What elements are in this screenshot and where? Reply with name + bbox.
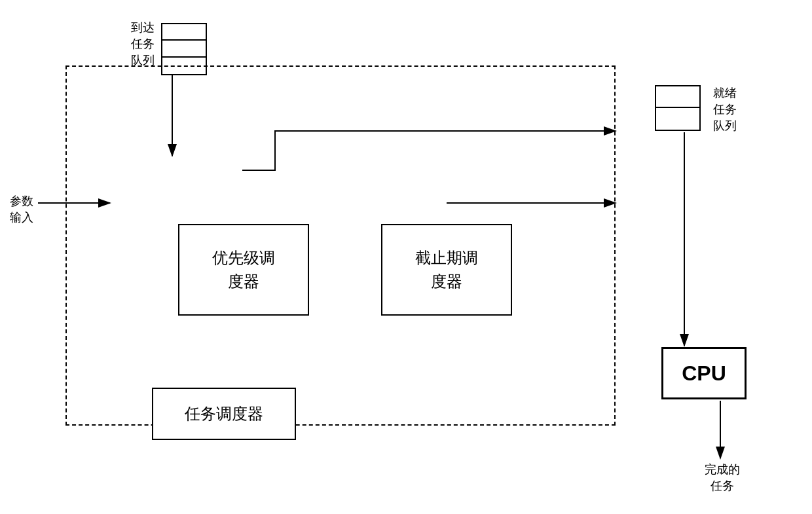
cpu-label: CPU	[682, 361, 726, 386]
task-scheduler-box: 任务调度器	[152, 388, 296, 440]
ready-queue-box	[655, 85, 701, 131]
ready-queue: 就绪 任务 队列	[655, 85, 701, 131]
deadline-scheduler-label: 截止期调 度器	[415, 246, 478, 293]
priority-scheduler-label: 优先级调 度器	[212, 246, 275, 293]
completed-task-label: 完成的 任务	[705, 462, 740, 494]
param-input-label: 参数 输入	[10, 193, 33, 226]
diagram: 到达 任务 队列 优先级调 度器 截止期调 度器 任务调度器	[0, 0, 812, 514]
cpu-box: CPU	[661, 347, 747, 399]
main-scheduler-box: 优先级调 度器 截止期调 度器 任务调度器	[65, 65, 616, 426]
arrival-queue-label: 到达 任务 队列	[131, 20, 155, 69]
task-scheduler-label: 任务调度器	[185, 403, 263, 424]
ready-queue-label: 就绪 任务 队列	[713, 85, 737, 135]
deadline-scheduler-box: 截止期调 度器	[381, 224, 512, 316]
priority-scheduler-box: 优先级调 度器	[178, 224, 309, 316]
